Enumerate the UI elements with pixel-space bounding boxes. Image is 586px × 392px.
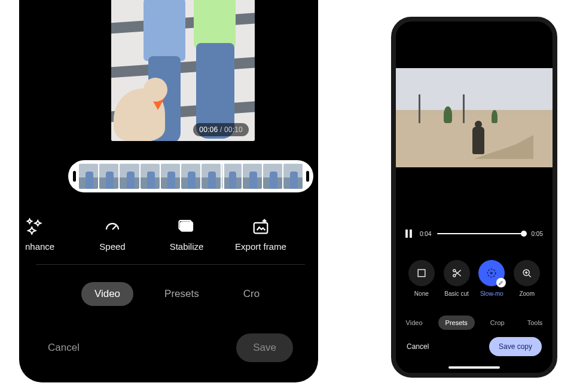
time-current: 00:06 (199, 125, 218, 134)
divider (36, 264, 305, 265)
preset-row: None Basic cut Slow-mo (396, 251, 553, 306)
person-2 (185, 0, 243, 141)
time-total-right: 0:05 (532, 231, 543, 237)
stabilize-label: Stabilize (170, 241, 204, 252)
preset-slow-mo[interactable]: Slow-mo (478, 260, 505, 297)
filmstrip-thumb (99, 164, 118, 189)
category-tabs-left: Video Presets Cro (19, 277, 318, 311)
filmstrip-thumb (222, 164, 241, 189)
enhance-label: nhance (25, 241, 54, 252)
stage: 00:06 / 00:10 nhance (0, 0, 586, 392)
preset-slow-mo-label: Slow-mo (480, 290, 503, 297)
video-preview-left[interactable]: 00:06 / 00:10 (111, 0, 255, 141)
speed-tool[interactable]: Speed (75, 218, 149, 252)
sparkle-icon (25, 218, 43, 235)
tab-video[interactable]: Video (81, 282, 133, 306)
edit-badge (496, 278, 506, 287)
enhance-tool[interactable]: nhance (22, 218, 75, 252)
skater (472, 127, 484, 154)
bottom-actions-left: Cancel Save (19, 331, 318, 365)
filmstrip-thumb (161, 164, 180, 189)
filmstrip-thumb (141, 164, 160, 189)
filmstrip-thumb (120, 164, 139, 189)
preset-zoom-label: Zoom (519, 290, 535, 297)
tab-crop[interactable]: Cro (230, 282, 273, 306)
bottom-actions-right: Cancel Save copy (396, 335, 553, 359)
slow-mo-icon (478, 260, 505, 286)
scissors-icon (444, 260, 470, 286)
tab-presets-r[interactable]: Presets (438, 316, 475, 330)
zoom-icon (514, 260, 540, 286)
export-frame-tool[interactable]: Export frame (224, 218, 298, 252)
playhead[interactable] (222, 160, 224, 192)
trim-handle-right[interactable] (303, 164, 312, 188)
stabilize-tool[interactable]: Stabilize (149, 218, 224, 252)
filmstrip[interactable] (68, 160, 313, 192)
tool-row-left: nhance Speed Stabilize Export frame (19, 210, 318, 258)
home-indicator (448, 366, 500, 369)
tab-tools-r[interactable]: Tools (520, 316, 550, 330)
preset-zoom[interactable]: Zoom (514, 260, 540, 297)
phone-right: 0:04 0:05 None Basic cut (391, 17, 557, 378)
filmstrip-thumb (283, 164, 303, 189)
time-sep: / (218, 125, 224, 134)
export-frame-icon (252, 218, 270, 235)
preset-basic-cut-label: Basic cut (444, 290, 469, 297)
time-pill: 00:06 / 00:10 (193, 123, 249, 136)
none-icon (408, 260, 435, 286)
preset-none-label: None (414, 290, 429, 297)
cancel-button-r[interactable]: Cancel (407, 342, 429, 351)
time-total: 00:10 (224, 125, 243, 134)
stabilize-icon (178, 218, 196, 235)
tab-presets[interactable]: Presets (151, 282, 212, 306)
time-current-right: 0:04 (420, 231, 431, 237)
filmstrip-thumb (181, 164, 200, 189)
svg-point-5 (453, 274, 456, 277)
trim-handle-left[interactable] (69, 164, 79, 188)
filmstrip-thumb (79, 164, 98, 189)
save-copy-button[interactable]: Save copy (489, 337, 542, 356)
preset-none[interactable]: None (408, 260, 435, 297)
phone-left: 00:06 / 00:10 nhance (19, 0, 318, 382)
progress-knob[interactable] (521, 231, 527, 237)
speedometer-icon (103, 218, 121, 235)
export-frame-label: Export frame (235, 241, 286, 252)
svg-point-4 (453, 270, 456, 272)
svg-rect-3 (418, 270, 425, 277)
video-preview-right[interactable] (396, 68, 553, 167)
tab-video-r[interactable]: Video (399, 316, 430, 330)
cancel-button[interactable]: Cancel (48, 342, 80, 354)
pause-icon[interactable] (405, 229, 414, 238)
progress-row: 0:04 0:05 (405, 227, 543, 240)
speed-label: Speed (99, 241, 125, 252)
progress-track[interactable] (437, 233, 525, 234)
save-button[interactable]: Save (236, 333, 293, 362)
filmstrip-thumb (263, 164, 282, 189)
tab-crop-r[interactable]: Crop (483, 316, 512, 330)
filmstrip-thumb (202, 164, 221, 189)
preset-basic-cut[interactable]: Basic cut (444, 260, 470, 297)
category-tabs-right: Video Presets Crop Tools (396, 312, 553, 333)
filmstrip-thumb (243, 164, 262, 189)
